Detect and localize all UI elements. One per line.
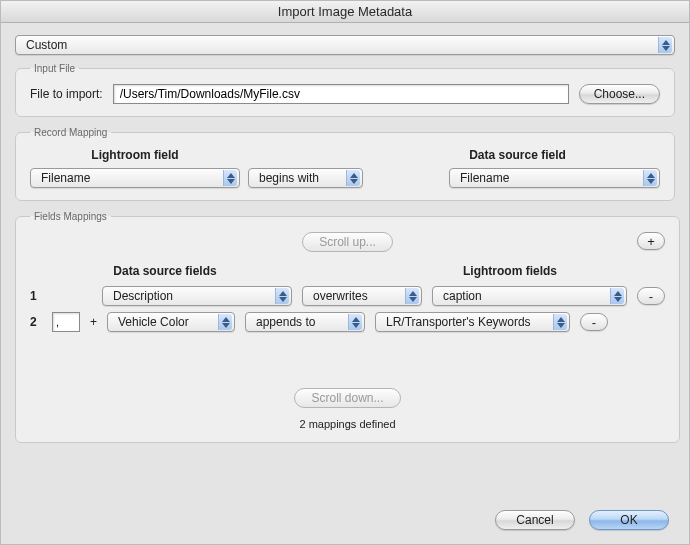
rm-col-lightroom: Lightroom field xyxy=(30,148,240,162)
fm-lightroom-popup[interactable]: caption xyxy=(432,286,627,306)
svg-marker-3 xyxy=(227,179,235,184)
fm-datasource-popup[interactable]: Description xyxy=(102,286,292,306)
window-title: Import Image Metadata xyxy=(278,4,412,19)
fields-mappings-legend: Fields Mappings xyxy=(30,211,111,222)
svg-marker-17 xyxy=(352,323,360,328)
rm-datasource-popup[interactable]: Filename xyxy=(449,168,660,188)
file-to-import-label: File to import: xyxy=(30,87,103,101)
separator-input[interactable] xyxy=(52,312,80,332)
preset-popup[interactable]: Custom xyxy=(15,35,675,55)
mapping-row: 2 + Vehicle Color appends to xyxy=(30,312,665,332)
mappings-defined-label: 2 mappings defined xyxy=(16,418,679,430)
svg-marker-10 xyxy=(409,291,417,296)
choose-button[interactable]: Choose... xyxy=(579,84,660,104)
svg-marker-6 xyxy=(647,173,655,178)
row-number: 1 xyxy=(30,289,42,303)
file-to-import-input[interactable] xyxy=(113,84,569,104)
rm-operator-popup[interactable]: begins with xyxy=(248,168,363,188)
fields-mappings-group: Fields Mappings Scroll up... + Data sour… xyxy=(15,211,680,443)
scroll-up-button[interactable]: Scroll up... xyxy=(302,232,393,252)
svg-marker-2 xyxy=(227,173,235,178)
remove-mapping-button[interactable]: - xyxy=(580,313,608,331)
fm-datasource-popup[interactable]: Vehicle Color xyxy=(107,312,235,332)
fm-lightroom-popup[interactable]: LR/Transporter's Keywords xyxy=(375,312,570,332)
updown-arrows-icon xyxy=(610,288,624,304)
updown-arrows-icon xyxy=(346,170,360,186)
plus-label: + xyxy=(90,315,97,329)
svg-marker-0 xyxy=(662,40,670,45)
ok-button[interactable]: OK xyxy=(589,510,669,530)
svg-marker-11 xyxy=(409,297,417,302)
svg-marker-16 xyxy=(352,317,360,322)
svg-marker-19 xyxy=(557,323,565,328)
svg-marker-4 xyxy=(350,173,358,178)
svg-marker-8 xyxy=(279,291,287,296)
fm-operator-popup[interactable]: appends to xyxy=(245,312,365,332)
svg-marker-12 xyxy=(614,291,622,296)
fm-operator-popup[interactable]: overwrites xyxy=(302,286,422,306)
svg-marker-14 xyxy=(222,317,230,322)
rm-lightroom-popup[interactable]: Filename xyxy=(30,168,240,188)
svg-marker-13 xyxy=(614,297,622,302)
svg-marker-7 xyxy=(647,179,655,184)
updown-arrows-icon xyxy=(643,170,657,186)
add-mapping-button[interactable]: + xyxy=(637,232,665,250)
scroll-down-button[interactable]: Scroll down... xyxy=(294,388,400,408)
svg-marker-1 xyxy=(662,46,670,51)
updown-arrows-icon xyxy=(348,314,362,330)
cancel-button[interactable]: Cancel xyxy=(495,510,575,530)
title-bar: Import Image Metadata xyxy=(1,1,689,23)
svg-marker-9 xyxy=(279,297,287,302)
preset-value: Custom xyxy=(26,38,67,52)
svg-marker-18 xyxy=(557,317,565,322)
dialog-footer: Cancel OK xyxy=(495,510,669,530)
input-file-legend: Input File xyxy=(30,63,79,74)
updown-arrows-icon xyxy=(275,288,289,304)
svg-marker-5 xyxy=(350,179,358,184)
updown-arrows-icon xyxy=(658,37,672,53)
record-mapping-legend: Record Mapping xyxy=(30,127,111,138)
updown-arrows-icon xyxy=(223,170,237,186)
remove-mapping-button[interactable]: - xyxy=(637,287,665,305)
svg-marker-15 xyxy=(222,323,230,328)
updown-arrows-icon xyxy=(218,314,232,330)
updown-arrows-icon xyxy=(553,314,567,330)
fm-col-datasource: Data source fields xyxy=(50,264,280,278)
updown-arrows-icon xyxy=(405,288,419,304)
row-number: 2 xyxy=(30,315,42,329)
rm-col-datasource: Data source field xyxy=(375,148,660,162)
fm-col-lightroom: Lightroom fields xyxy=(410,264,610,278)
dialog-window: Import Image Metadata Custom Input File … xyxy=(0,0,690,545)
mapping-row: 1 Description overwrites xyxy=(30,286,665,306)
content-area: Custom Input File File to import: Choose… xyxy=(1,23,689,465)
record-mapping-group: Record Mapping Lightroom field Data sour… xyxy=(15,127,675,201)
input-file-group: Input File File to import: Choose... xyxy=(15,63,675,117)
